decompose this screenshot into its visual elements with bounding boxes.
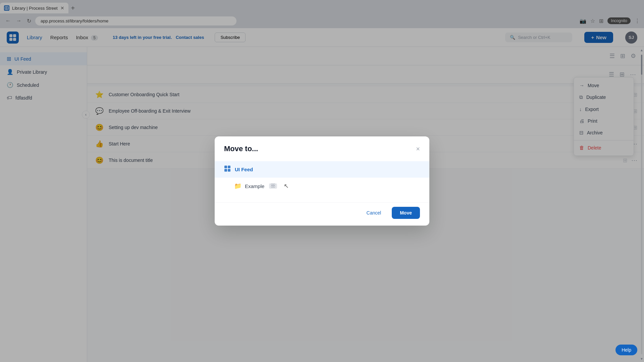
move-button[interactable]: Move <box>392 207 420 219</box>
modal-footer: Cancel Move <box>215 202 429 226</box>
modal-overlay[interactable]: Move to... × UI Feed 📁 Example ↖ <box>0 0 644 362</box>
cancel-button[interactable]: Cancel <box>360 207 388 219</box>
svg-rect-11 <box>271 186 273 188</box>
modal-body: UI Feed 📁 Example ↖ <box>215 159 429 202</box>
modal-section-icon <box>224 165 231 174</box>
svg-rect-6 <box>228 166 230 168</box>
folder-badge <box>269 183 277 189</box>
modal-title: Move to... <box>224 144 258 153</box>
modal-close-button[interactable]: × <box>416 145 420 152</box>
svg-rect-7 <box>224 169 227 172</box>
help-button[interactable]: Help <box>615 345 637 355</box>
svg-rect-5 <box>224 166 227 168</box>
cursor-indicator: ↖ <box>284 182 289 190</box>
svg-rect-8 <box>228 169 230 172</box>
modal-section-label: UI Feed <box>235 167 253 172</box>
modal-section-header[interactable]: UI Feed <box>215 161 429 178</box>
move-modal: Move to... × UI Feed 📁 Example ↖ <box>215 136 429 226</box>
svg-rect-9 <box>271 184 273 186</box>
folder-icon: 📁 <box>234 182 241 190</box>
svg-rect-12 <box>273 186 275 188</box>
folder-name: Example <box>245 183 264 189</box>
modal-folder-item[interactable]: 📁 Example ↖ <box>215 178 429 194</box>
svg-rect-10 <box>273 184 275 186</box>
modal-header: Move to... × <box>215 136 429 159</box>
